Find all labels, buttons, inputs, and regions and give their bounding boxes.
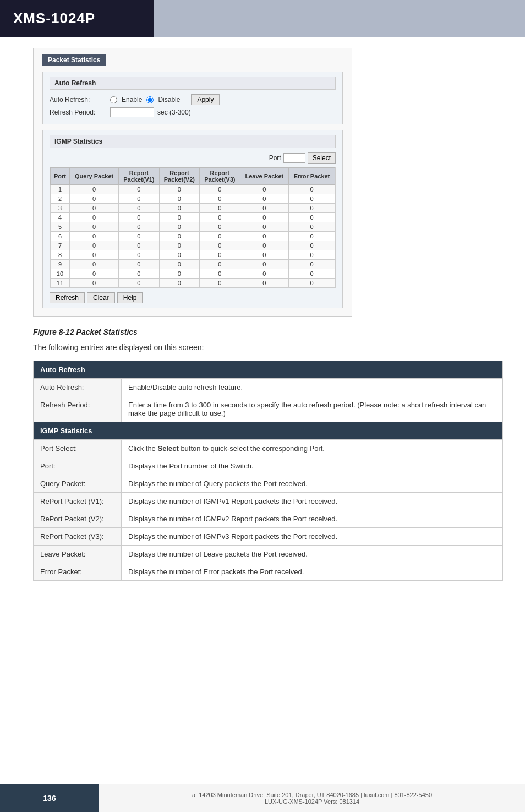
port-label: Port [269, 154, 281, 162]
enable-label: Enable [122, 96, 142, 103]
col-error: Error Packet [289, 168, 335, 185]
desc-row: RePort Packet (V3):Displays the number o… [34, 528, 503, 546]
desc-row: Query Packet:Displays the number of Quer… [34, 475, 503, 493]
auto-refresh-enable-row: Auto Refresh: Enable Disable Apply [50, 94, 336, 105]
bottom-buttons: Refresh Clear Help [50, 292, 336, 303]
stats-table: Port Query Packet ReportPacket(V1) Repor… [50, 167, 335, 288]
table-row: 6000000 [51, 232, 335, 241]
packet-statistics-panel: Packet Statistics Auto Refresh Auto Refr… [33, 48, 352, 317]
igmp-header: IGMP Statistics [50, 135, 336, 148]
col-reportv1: ReportPacket(V1) [119, 168, 159, 185]
disable-label: Disable [158, 96, 180, 103]
period-hint: sec (3-300) [157, 108, 191, 116]
refresh-button[interactable]: Refresh [50, 292, 85, 303]
igmp-statistics-section: IGMP Statistics Port Select Port Query P… [42, 130, 343, 308]
figure-caption: Figure 8-12 Packet Statistics [33, 328, 503, 336]
desc-row: Leave Packet:Displays the number of Leav… [34, 546, 503, 563]
desc-section-header-row: IGMP Statistics [34, 422, 503, 440]
enable-radio[interactable] [110, 96, 117, 103]
col-port: Port [51, 168, 70, 185]
table-row: 1000000 [51, 185, 335, 194]
table-row: 11000000 [51, 279, 335, 288]
header: XMS-1024P [0, 0, 525, 37]
refresh-period-label: Refresh Period: [50, 108, 110, 116]
header-brand: XMS-1024P [0, 0, 154, 37]
col-reportv3: ReportPacket(V3) [200, 168, 240, 185]
table-row: 4000000 [51, 213, 335, 222]
desc-row: Refresh Period:Enter a time from 3 to 30… [34, 396, 503, 422]
auto-refresh-header: Auto Refresh [50, 77, 336, 90]
desc-row: Port:Displays the Port number of the Swi… [34, 457, 503, 475]
col-query: Query Packet [69, 168, 118, 185]
auto-refresh-section: Auto Refresh Auto Refresh: Enable Disabl… [42, 72, 343, 124]
table-row: 8000000 [51, 250, 335, 260]
refresh-period-input[interactable] [110, 107, 154, 117]
footer: 136 a: 14203 Minuteman Drive, Suite 201,… [0, 784, 525, 812]
desc-row: Auto Refresh:Enable/Disable auto refresh… [34, 379, 503, 396]
desc-row: Port Select:Click the Select button to q… [34, 440, 503, 457]
table-row: 10000000 [51, 269, 335, 279]
footer-page-number: 136 [0, 784, 99, 812]
clear-button[interactable]: Clear [87, 292, 115, 303]
help-button[interactable]: Help [117, 292, 143, 303]
refresh-period-row: Refresh Period: sec (3-300) [50, 107, 336, 117]
panel-tab: Packet Statistics [42, 54, 106, 66]
disable-radio[interactable] [146, 96, 154, 103]
description-intro: The following entries are displayed on t… [33, 343, 503, 352]
description-table: Auto RefreshAuto Refresh:Enable/Disable … [33, 361, 503, 581]
desc-row: RePort Packet (V2):Displays the number o… [34, 510, 503, 528]
auto-refresh-label: Auto Refresh: [50, 96, 110, 103]
footer-address: a: 14203 Minuteman Drive, Suite 201, Dra… [192, 792, 432, 805]
brand-title: XMS-1024P [13, 10, 95, 27]
port-input[interactable] [283, 153, 305, 163]
select-button[interactable]: Select [308, 152, 336, 164]
table-row: 3000000 [51, 204, 335, 213]
table-row: 2000000 [51, 194, 335, 204]
table-row: 9000000 [51, 260, 335, 269]
auto-refresh-radio-group: Enable Disable [110, 96, 180, 103]
header-accent [154, 0, 525, 37]
table-row: 7000000 [51, 241, 335, 250]
footer-info: a: 14203 Minuteman Drive, Suite 201, Dra… [99, 784, 525, 812]
main-content: Packet Statistics Auto Refresh Auto Refr… [0, 37, 525, 603]
desc-row: Error Packet:Displays the number of Erro… [34, 563, 503, 581]
page-number: 136 [43, 794, 56, 803]
desc-section-header-row: Auto Refresh [34, 361, 503, 379]
col-leave: Leave Packet [240, 168, 289, 185]
desc-row: RePort Packet (V1):Displays the number o… [34, 493, 503, 510]
table-row: 5000000 [51, 222, 335, 232]
apply-button[interactable]: Apply [191, 94, 220, 105]
col-reportv2: ReportPacket(V2) [159, 168, 199, 185]
port-select-row: Port Select [50, 152, 336, 164]
table-row: 12000000 [51, 288, 335, 288]
stats-table-wrapper: Port Query Packet ReportPacket(V1) Repor… [50, 167, 336, 288]
